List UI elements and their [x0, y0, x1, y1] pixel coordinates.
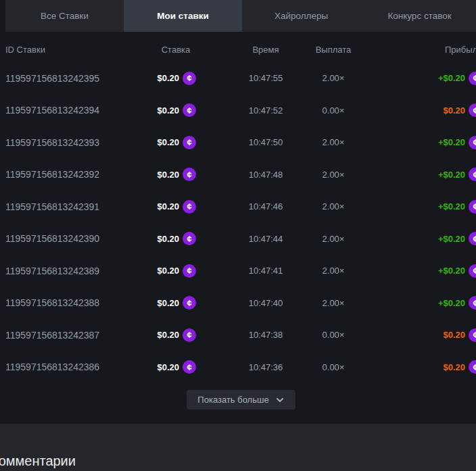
bet-amount: $0.20 — [157, 201, 179, 212]
coin-icon: ¢ — [469, 264, 476, 278]
coin-icon: ¢ — [183, 360, 196, 374]
bet-payout: 2.00× — [300, 137, 367, 147]
bet-id: 119597156813242392 — [5, 169, 156, 180]
coin-icon: ¢ — [469, 168, 476, 181]
bet-payout: 2.00× — [300, 234, 367, 244]
bet-id: 119597156813242387 — [5, 330, 156, 341]
bet-amount-cell: $0.20 ¢ — [156, 296, 196, 309]
bet-time: 10:47:48 — [232, 170, 300, 180]
bet-payout: 2.00× — [300, 266, 367, 276]
profit-cell: +$0.20 ¢ — [367, 168, 476, 181]
header-bet: Ставка — [156, 45, 196, 55]
bet-amount-cell: $0.20 ¢ — [156, 136, 196, 149]
bet-amount-cell: $0.20 ¢ — [156, 360, 196, 374]
bet-payout: 2.00× — [300, 298, 367, 308]
bet-profit: $0.20 — [443, 362, 465, 372]
comments-section: Комментарии — [0, 424, 476, 471]
bet-time: 10:47:55 — [232, 73, 300, 83]
show-more-label: Показать больше — [197, 395, 268, 405]
bet-amount: $0.20 — [157, 170, 179, 180]
table-row: 119597156813242386 $0.20 ¢ 10:47:36 0.00… — [0, 351, 476, 384]
profit-cell: $0.20 ¢ — [367, 360, 476, 374]
bet-amount: $0.20 — [157, 362, 179, 372]
coin-icon: ¢ — [183, 168, 196, 181]
table-row: 119597156813242387 $0.20 ¢ 10:47:38 0.00… — [0, 319, 476, 351]
bet-payout: 2.00× — [300, 170, 367, 180]
bet-profit: +$0.20 — [438, 298, 465, 308]
tab-all-bets[interactable]: Все Ставки — [5, 0, 124, 32]
bet-id: 119597156813242390 — [5, 233, 156, 244]
table-row: 119597156813242395 $0.20 ¢ 10:47:55 2.00… — [0, 62, 476, 95]
bet-time: 10:47:44 — [232, 234, 300, 244]
bet-id: 119597156813242388 — [5, 297, 156, 308]
bet-amount: $0.20 — [157, 266, 179, 276]
bet-amount: $0.20 — [157, 298, 179, 308]
bets-table: ID Ставки Ставка Время Выплата Прибыль 1… — [0, 32, 476, 383]
bet-payout: 0.00× — [300, 330, 367, 340]
bet-time: 10:47:41 — [232, 266, 300, 276]
coin-icon: ¢ — [469, 200, 476, 214]
bets-panel: Все Ставки Мои ставки Хайроллеры Конкурс… — [0, 0, 476, 471]
bet-id: 119597156813242393 — [5, 137, 156, 148]
coin-icon: ¢ — [469, 232, 476, 245]
table-row: 119597156813242392 $0.20 ¢ 10:47:48 2.00… — [0, 159, 476, 191]
bet-time: 10:47:40 — [232, 298, 300, 308]
coin-icon: ¢ — [469, 72, 476, 85]
profit-cell: $0.20 ¢ — [367, 103, 476, 117]
bet-time: 10:47:50 — [232, 137, 300, 147]
bet-payout: 2.00× — [300, 201, 367, 212]
comments-title: Комментарии — [0, 453, 76, 469]
header-profit: Прибыль — [367, 45, 476, 55]
chevron-down-icon — [275, 395, 285, 405]
table-row: 119597156813242389 $0.20 ¢ 10:47:41 2.00… — [0, 255, 476, 287]
bet-amount: $0.20 — [157, 137, 179, 147]
bet-profit: $0.20 — [443, 330, 465, 340]
bet-payout: 0.00× — [300, 362, 367, 372]
bet-profit: +$0.20 — [438, 266, 465, 276]
bet-amount-cell: $0.20 ¢ — [156, 328, 196, 342]
bet-profit: +$0.20 — [438, 170, 465, 180]
bet-amount-cell: $0.20 ¢ — [156, 232, 196, 245]
bet-profit: $0.20 — [443, 105, 465, 116]
profit-cell: +$0.20 ¢ — [367, 264, 476, 278]
table-row: 119597156813242394 $0.20 ¢ 10:47:52 0.00… — [0, 95, 476, 127]
tab-my-bets[interactable]: Мои ставки — [124, 0, 242, 32]
bet-amount-cell: $0.20 ¢ — [156, 200, 196, 214]
table-header-row: ID Ставки Ставка Время Выплата Прибыль — [0, 32, 476, 62]
coin-icon: ¢ — [469, 360, 476, 374]
bet-amount: $0.20 — [157, 73, 179, 83]
profit-cell: +$0.20 ¢ — [367, 296, 476, 309]
coin-icon: ¢ — [469, 103, 476, 117]
bet-time: 10:47:36 — [232, 362, 300, 372]
header-bet-id: ID Ставки — [5, 45, 156, 55]
profit-cell: +$0.20 ¢ — [367, 232, 476, 245]
profit-cell: $0.20 ¢ — [367, 328, 476, 342]
header-payout: Выплата — [300, 45, 367, 55]
coin-icon: ¢ — [183, 328, 196, 342]
bet-amount: $0.20 — [157, 105, 179, 116]
table-body: 119597156813242395 $0.20 ¢ 10:47:55 2.00… — [0, 62, 476, 383]
bet-amount-cell: $0.20 ¢ — [156, 264, 196, 278]
bet-time: 10:47:46 — [232, 201, 300, 212]
table-row: 119597156813242391 $0.20 ¢ 10:47:46 2.00… — [0, 191, 476, 223]
coin-icon: ¢ — [469, 296, 476, 309]
table-row: 119597156813242388 $0.20 ¢ 10:47:40 2.00… — [0, 287, 476, 320]
table-row: 119597156813242390 $0.20 ¢ 10:47:44 2.00… — [0, 223, 476, 255]
bet-profit: +$0.20 — [438, 201, 465, 212]
tab-bet-contest[interactable]: Конкурс ставок — [360, 0, 476, 32]
bet-id: 119597156813242389 — [5, 266, 156, 276]
show-more-button[interactable]: Показать больше — [187, 390, 295, 410]
bet-amount-cell: $0.20 ¢ — [156, 168, 196, 181]
coin-icon: ¢ — [183, 264, 196, 278]
bet-id: 119597156813242395 — [5, 73, 156, 84]
bet-payout: 2.00× — [300, 73, 367, 83]
coin-icon: ¢ — [183, 232, 196, 245]
bet-amount: $0.20 — [157, 330, 179, 340]
bet-profit: +$0.20 — [438, 137, 465, 147]
bet-amount-cell: $0.20 ¢ — [156, 72, 196, 85]
profit-cell: +$0.20 ¢ — [367, 200, 476, 214]
tab-highrollers[interactable]: Хайроллеры — [242, 0, 360, 32]
coin-icon: ¢ — [469, 136, 476, 149]
bet-profit: +$0.20 — [438, 73, 465, 83]
bet-profit: +$0.20 — [438, 234, 465, 244]
